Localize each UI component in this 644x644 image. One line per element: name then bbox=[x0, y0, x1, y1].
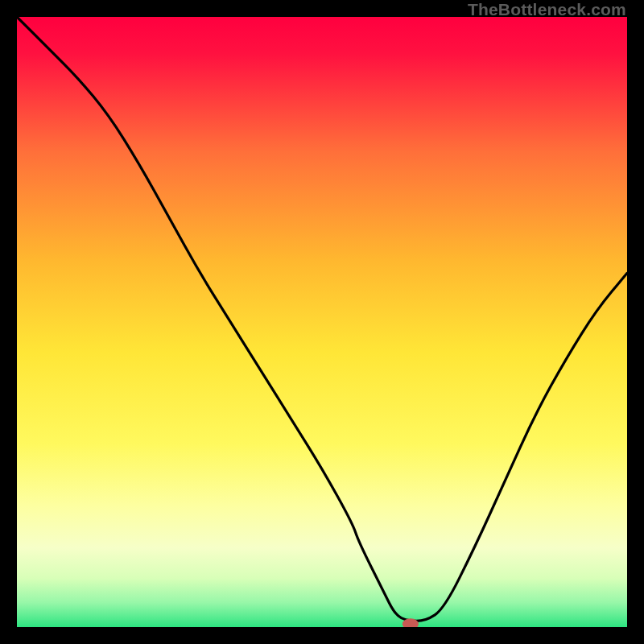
gradient-background bbox=[17, 17, 627, 627]
bottleneck-chart bbox=[17, 17, 627, 627]
chart-frame: TheBottleneck.com bbox=[0, 0, 644, 644]
